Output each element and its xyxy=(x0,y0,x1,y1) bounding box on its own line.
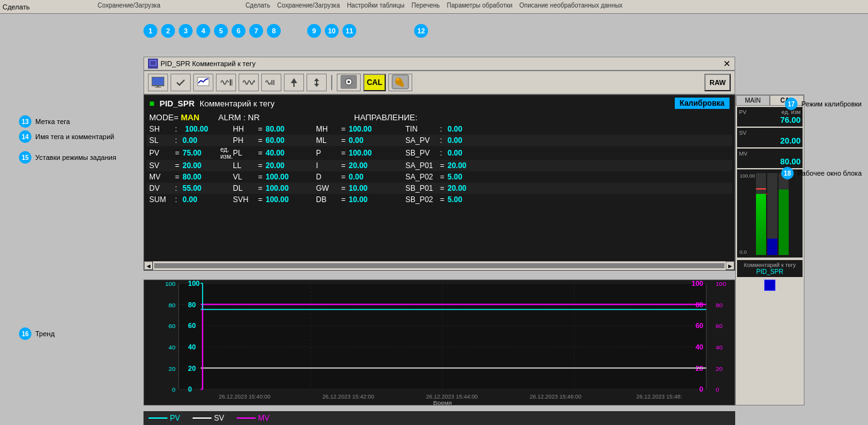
svg-text:40: 40 xyxy=(188,343,196,351)
trend-chart: 100 80 60 40 20 0 100 80 60 40 20 0 100 … xyxy=(144,280,735,405)
svg-text:20: 20 xyxy=(169,365,176,372)
mv-value-container: 80.00 xyxy=(739,157,801,166)
params-table: SH : 100.00 HH = 80.00 MH = 100.00 TIN :… xyxy=(144,123,735,256)
tab-main[interactable]: MAIN xyxy=(736,95,770,106)
pv-bar xyxy=(756,173,766,255)
numbered-buttons-row: 1 2 3 4 5 6 7 8 9 10 11 12 xyxy=(144,24,428,38)
label-calibration-mode: 17 Режим калибровки xyxy=(785,98,862,110)
window-title: PID_SPR Комментарий к тегу xyxy=(161,60,256,67)
legend-pv: PV xyxy=(149,414,180,422)
toolbar-btn-wave3[interactable] xyxy=(261,74,281,91)
comment-section: Комментарий к тегу PID_SPR xyxy=(737,260,803,277)
num-btn-12[interactable]: 12 xyxy=(414,24,428,38)
legend-pv-label: PV xyxy=(170,414,180,422)
annotation-text-17: Режим калибровки xyxy=(801,100,862,108)
svg-text:26.12.2023 15:40:00: 26.12.2023 15:40:00 xyxy=(218,394,270,400)
toolbar-btn-updown[interactable] xyxy=(307,74,327,91)
scroll-right-btn[interactable]: ► xyxy=(726,261,735,270)
toolbar-btn-check[interactable] xyxy=(171,74,191,91)
legend-pv-line xyxy=(149,417,167,419)
annotation-text-16: Тренд xyxy=(35,330,55,337)
svg-text:40: 40 xyxy=(716,344,723,351)
sv-value: 20.00 xyxy=(780,136,801,145)
num-btn-3[interactable]: 3 xyxy=(179,24,193,38)
num-btn-7[interactable]: 7 xyxy=(249,24,263,38)
legend-sv-label: SV xyxy=(214,414,224,422)
svg-text:60: 60 xyxy=(696,322,703,329)
svg-text:60: 60 xyxy=(188,322,196,329)
toolbar: CAL RAW xyxy=(144,71,735,94)
svg-rect-8 xyxy=(232,79,232,86)
right-sv-section: SV 20.00 xyxy=(737,128,803,147)
num-btn-4[interactable]: 4 xyxy=(196,24,210,38)
pv-label: PV xyxy=(739,109,747,115)
svg-text:0: 0 xyxy=(188,385,192,393)
close-button[interactable]: ✕ xyxy=(723,59,731,69)
num-btn-6[interactable]: 6 xyxy=(232,24,245,38)
num-btn-5[interactable]: 5 xyxy=(214,24,228,38)
cal-button[interactable]: CAL xyxy=(363,74,386,91)
pv-value-container: 76.00 xyxy=(739,115,801,125)
sv-bar xyxy=(767,173,777,255)
annotation-text-18: Рабочее окно блока xyxy=(798,169,862,177)
window-icon xyxy=(148,59,158,69)
calibration-badge: Калибровка xyxy=(675,98,730,109)
num-btn-8[interactable]: 8 xyxy=(267,24,281,38)
num-btn-10[interactable]: 10 xyxy=(325,24,339,38)
svg-text:40: 40 xyxy=(169,344,176,351)
sv-bar-fill xyxy=(767,239,777,255)
table-row: SUM : 0.00 SVH = 100.00 DB = 10.00 SB_P0… xyxy=(147,194,732,205)
table-row: SV = 20.00 LL = 20.00 I = 20.00 SA_P01 =… xyxy=(147,160,732,171)
svg-text:100: 100 xyxy=(188,280,200,287)
scroll-track[interactable] xyxy=(154,263,724,268)
svg-text:60: 60 xyxy=(716,322,723,329)
toolbar-btn-settings[interactable] xyxy=(337,74,361,91)
svg-rect-0 xyxy=(149,60,157,67)
annotation-circle-15: 15 xyxy=(19,151,31,164)
table-row: DV : 55.00 DL = 100.00 GW = 10.00 SB_P01… xyxy=(147,183,732,194)
trend-legend: PV SV MV xyxy=(144,411,735,425)
right-mv-section: MV 80.00 xyxy=(737,149,803,168)
num-btn-11[interactable]: 11 xyxy=(342,24,356,38)
label-tag: 13 Метка тега xyxy=(19,115,70,128)
pv-bar-ph-marker xyxy=(756,188,766,190)
toolbar-btn-wrench[interactable] xyxy=(388,74,412,91)
mode-line: MODE= MAN ALRM : NR НАПРАВЛЕНИЕ: xyxy=(144,111,735,123)
raw-button[interactable]: RAW xyxy=(704,74,731,91)
right-panel-action-btn[interactable] xyxy=(764,280,775,291)
num-btn-1[interactable]: 1 xyxy=(144,24,157,38)
label-setpoints: 15 Уставки режимы задания xyxy=(19,151,116,164)
scroll-left-btn[interactable]: ◄ xyxy=(144,261,153,270)
svg-text:60: 60 xyxy=(169,322,176,329)
alrm-text: ALRM : NR xyxy=(218,113,260,122)
toolbar-btn-wave2[interactable] xyxy=(239,74,259,91)
svg-text:80: 80 xyxy=(188,301,196,309)
annotation-circle-14: 14 xyxy=(19,130,31,143)
toolbar-btn-up[interactable] xyxy=(284,74,304,91)
label-work-window: 18 Рабочее окно блока xyxy=(781,167,862,179)
trend-panel: 100 80 60 40 20 0 100 80 60 40 20 0 100 … xyxy=(144,280,735,405)
toolbar-btn-wave-pause[interactable] xyxy=(216,74,236,91)
table-row: MV = 80.00 VL = 100.00 D = 0.00 SA_P02 =… xyxy=(147,171,732,183)
table-row: SL : 0.00 PH = 60.00 ML = 0.00 SA_PV : 0… xyxy=(147,135,732,146)
mv-label: MV xyxy=(739,150,748,157)
annotation-circle-13: 13 xyxy=(19,115,31,128)
num-btn-9[interactable]: 9 xyxy=(307,24,321,38)
annotation-text-15: Уставки режимы задания xyxy=(35,154,116,161)
comment-label: Комментарий к тегу xyxy=(739,262,801,268)
panel-comment: Комментарий к тегу xyxy=(200,99,274,108)
svg-text:20: 20 xyxy=(188,365,196,372)
toolbar-btn-chart[interactable] xyxy=(193,74,213,91)
toolbar-btn-display[interactable] xyxy=(148,74,168,91)
tag-indicator: ■ xyxy=(149,98,154,108)
mv-value: 80.00 xyxy=(780,157,801,166)
mode-value: MAN xyxy=(181,113,200,122)
annotation-text-13: Метка тега xyxy=(35,118,70,125)
num-btn-2[interactable]: 2 xyxy=(161,24,175,38)
tag-label-display: PID_SPR xyxy=(739,268,801,275)
svg-text:26.12.2023 15:48:: 26.12.2023 15:48: xyxy=(636,394,682,400)
top-menubar[interactable]: Сделать Сохранение/Загрузка Сделать Сохр… xyxy=(0,0,868,14)
mode-label: MODE= xyxy=(149,113,179,122)
horizontal-scrollbar[interactable]: ◄ ► xyxy=(144,261,735,270)
svg-text:0: 0 xyxy=(699,385,703,393)
